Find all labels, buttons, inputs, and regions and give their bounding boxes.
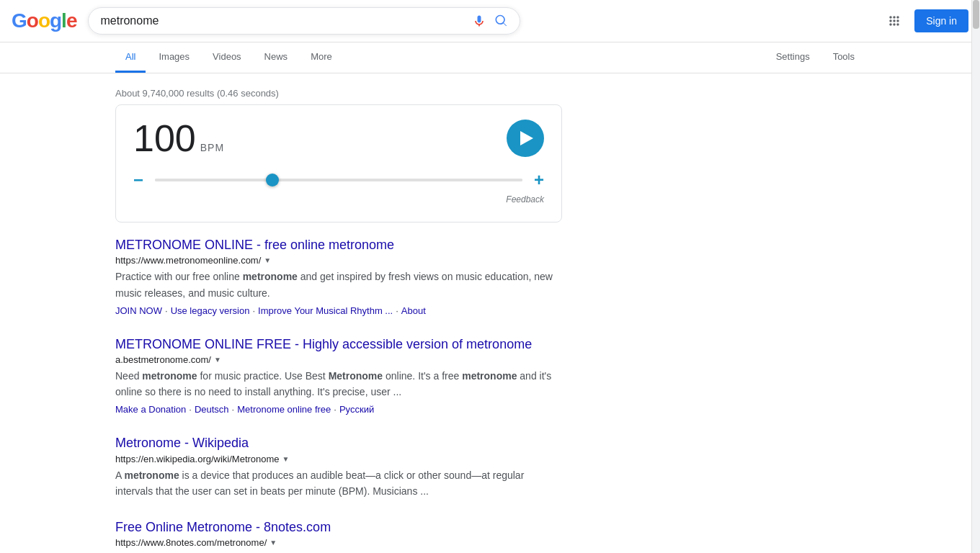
google-logo[interactable]: Google [12, 9, 76, 32]
play-icon [520, 131, 533, 145]
result-link-1[interactable]: METRONOME ONLINE - free online metronome [115, 238, 394, 252]
slider-thumb[interactable] [266, 174, 279, 186]
metronome-widget: 100 BPM − + Feedback [115, 104, 562, 222]
search-bar: metronome [88, 7, 520, 35]
bpm-decrease-button[interactable]: − [133, 171, 143, 189]
tab-tools[interactable]: Tools [823, 42, 865, 73]
result-snippet-2: Need metronome for music practice. Use B… [115, 368, 562, 400]
feedback-row: Feedback [133, 189, 544, 204]
header: Google metronome Sign in [0, 0, 980, 42]
result-url-row-4: https://www.8notes.com/metronome/ ▼ [115, 537, 562, 548]
grid-icon [887, 14, 901, 28]
tab-more[interactable]: More [300, 42, 342, 73]
slider-row: − + [133, 171, 544, 189]
result-url-2: a.bestmetronome.com/ [115, 354, 211, 365]
scrollbar[interactable] [971, 0, 980, 553]
result-sublink[interactable]: Make a Donation [115, 404, 186, 415]
result-url-1: https://www.metronomeonline.com/ [115, 255, 261, 266]
voice-search-button[interactable] [472, 14, 486, 28]
google-apps-button[interactable] [883, 9, 906, 32]
header-right: Sign in [883, 9, 968, 32]
search-result: METRONOME ONLINE - free online metronome… [115, 237, 562, 316]
result-dropdown-2[interactable]: ▼ [214, 356, 221, 364]
result-links-1: JOIN NOW · Use legacy version · Improve … [115, 305, 562, 316]
search-result: METRONOME ONLINE FREE - Highly accessibl… [115, 336, 562, 415]
slider-fill [155, 179, 522, 181]
result-url-4: https://www.8notes.com/metronome/ [115, 537, 267, 548]
bpm-number: 100 [133, 120, 196, 157]
tab-images[interactable]: Images [148, 42, 200, 73]
result-title-1: METRONOME ONLINE - free online metronome [115, 237, 562, 253]
result-url-row-3: https://en.wikipedia.org/wiki/Metronome … [115, 454, 562, 464]
result-link-2[interactable]: METRONOME ONLINE FREE - Highly accessibl… [115, 337, 532, 351]
result-sublink[interactable]: JOIN NOW [115, 305, 162, 316]
result-sublink[interactable]: Improve Your Musical Rhythm ... [258, 305, 393, 316]
results-area: About 9,740,000 results (0.46 seconds) 1… [0, 73, 980, 553]
result-sublink[interactable]: Русский [339, 404, 374, 415]
tab-videos[interactable]: Videos [202, 42, 251, 73]
bpm-slider[interactable] [155, 179, 522, 181]
result-snippet-3: A metronome is a device that produces an… [115, 467, 562, 499]
result-link-3[interactable]: Metronome - Wikipedia [115, 436, 249, 450]
search-result: Free Online Metronome - 8notes.com https… [115, 519, 562, 548]
result-sublink[interactable]: About [401, 305, 426, 316]
tab-news[interactable]: News [254, 42, 298, 73]
result-sublink[interactable]: Metronome online free [237, 404, 331, 415]
search-input[interactable]: metronome [100, 14, 465, 27]
result-title-3: Metronome - Wikipedia [115, 435, 562, 451]
feedback-link[interactable]: Feedback [506, 194, 544, 204]
play-button[interactable] [507, 120, 544, 157]
result-url-row-1: https://www.metronomeonline.com/ ▼ [115, 255, 562, 266]
search-button[interactable] [494, 14, 508, 28]
nav-tabs: All Images Videos News More Settings Too… [0, 42, 980, 73]
result-sublink[interactable]: Deutsch [195, 404, 229, 415]
result-dropdown-3[interactable]: ▼ [282, 455, 290, 463]
bpm-display: 100 BPM [133, 120, 224, 157]
result-links-2: Make a Donation · Deutsch · Metronome on… [115, 404, 562, 415]
result-url-row-2: a.bestmetronome.com/ ▼ [115, 354, 562, 365]
result-url-3: https://en.wikipedia.org/wiki/Metronome [115, 454, 280, 464]
result-link-4[interactable]: Free Online Metronome - 8notes.com [115, 520, 331, 534]
result-dropdown-1[interactable]: ▼ [264, 256, 271, 264]
search-result: Metronome - Wikipedia https://en.wikiped… [115, 435, 562, 499]
search-icon [494, 14, 508, 28]
bpm-label: BPM [200, 142, 224, 153]
result-snippet-1: Practice with our free online metronome … [115, 269, 562, 300]
sign-in-button[interactable]: Sign in [914, 9, 968, 32]
result-dropdown-4[interactable]: ▼ [270, 539, 277, 547]
tab-all[interactable]: All [115, 42, 146, 73]
result-title-2: METRONOME ONLINE FREE - Highly accessibl… [115, 336, 562, 353]
bpm-row: 100 BPM [133, 120, 544, 157]
results-count: About 9,740,000 results (0.46 seconds) [115, 79, 865, 104]
mic-icon [472, 14, 486, 28]
result-title-4: Free Online Metronome - 8notes.com [115, 519, 562, 536]
bpm-increase-button[interactable]: + [534, 171, 544, 189]
tab-settings[interactable]: Settings [766, 42, 820, 73]
scrollbar-thumb[interactable] [973, 0, 979, 29]
result-sublink[interactable]: Use legacy version [171, 305, 250, 316]
